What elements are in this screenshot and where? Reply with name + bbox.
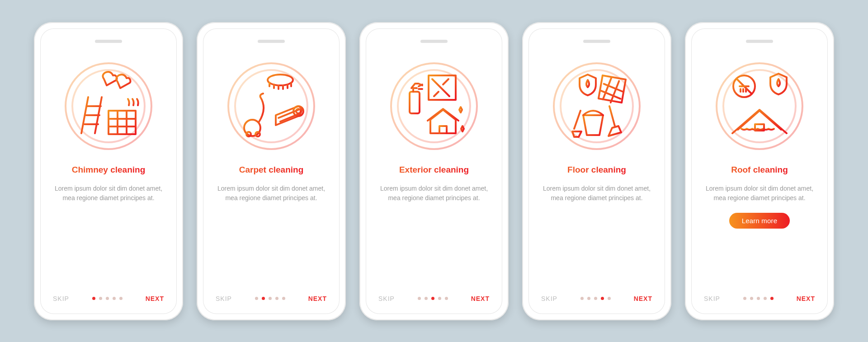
skip-button[interactable]: SKIP — [216, 295, 232, 302]
screen-nav: SKIP NEXT — [378, 295, 490, 302]
dot — [445, 297, 448, 300]
screen-title: Chimney cleaning — [72, 165, 146, 175]
phone-speaker — [583, 40, 610, 43]
dot — [608, 297, 611, 300]
dot — [770, 297, 774, 300]
chimney-cleaning-icon — [63, 61, 154, 151]
screen-nav: SKIP NEXT — [216, 295, 327, 302]
next-button[interactable]: NEXT — [797, 295, 815, 302]
dot — [92, 297, 95, 300]
skip-button[interactable]: SKIP — [541, 295, 557, 302]
screen-description: Lorem ipsum dolor sit dim donet amet, me… — [540, 184, 654, 203]
screen-carpet: Carpet cleaning Lorem ipsum dolor sit di… — [203, 28, 340, 314]
exterior-cleaning-icon — [389, 61, 479, 151]
dot — [594, 297, 597, 300]
dot — [119, 297, 123, 300]
screen-title: Roof cleaning — [731, 165, 788, 175]
next-button[interactable]: NEXT — [634, 295, 652, 302]
screen-description: Lorem ipsum dolor sit dim donet amet, me… — [377, 184, 491, 203]
svg-rect-2 — [108, 111, 136, 134]
phone-speaker — [420, 40, 448, 43]
screen-description: Lorem ipsum dolor sit dim donet amet, me… — [52, 184, 165, 203]
skip-button[interactable]: SKIP — [53, 295, 69, 302]
dot — [743, 297, 746, 300]
dot — [431, 297, 434, 300]
page-indicator — [743, 297, 774, 300]
svg-point-0 — [66, 63, 151, 149]
screen-roof: Roof cleaning Lorem ipsum dolor sit dim … — [691, 28, 828, 314]
next-button[interactable]: NEXT — [308, 295, 327, 302]
screen-nav: SKIP NEXT — [704, 295, 815, 302]
dot — [262, 297, 265, 300]
dot — [113, 297, 116, 300]
screen-nav: SKIP NEXT — [541, 295, 652, 302]
dot — [601, 297, 604, 300]
dot — [106, 297, 109, 300]
learn-more-button[interactable]: Learn more — [729, 213, 790, 229]
screen-floor: Floor cleaning Lorem ipsum dolor sit dim… — [528, 28, 665, 314]
screen-nav: SKIP NEXT — [53, 295, 164, 302]
next-button[interactable]: NEXT — [471, 295, 490, 302]
phone-exterior: Exterior cleaning Lorem ipsum dolor sit … — [359, 22, 509, 320]
page-indicator — [580, 297, 611, 300]
skip-button[interactable]: SKIP — [378, 295, 395, 302]
dot — [580, 297, 584, 300]
dot — [757, 297, 760, 300]
svg-rect-13 — [410, 92, 420, 113]
dot — [750, 297, 753, 300]
skip-button[interactable]: SKIP — [704, 295, 720, 302]
dot — [425, 297, 428, 300]
phone-speaker — [95, 40, 122, 43]
phone-roof: Roof cleaning Lorem ipsum dolor sit dim … — [685, 22, 834, 320]
screen-title: Exterior cleaning — [399, 165, 469, 175]
carpet-cleaning-icon — [226, 61, 316, 151]
page-indicator — [255, 297, 285, 300]
dot — [587, 297, 590, 300]
svg-point-5 — [268, 75, 293, 85]
phone-floor: Floor cleaning Lorem ipsum dolor sit dim… — [522, 22, 671, 320]
dot — [282, 297, 285, 300]
dot — [275, 297, 278, 300]
dot — [764, 297, 767, 300]
screen-chimney: Chimney cleaning Lorem ipsum dolor sit d… — [40, 28, 177, 314]
page-indicator — [92, 297, 123, 300]
screen-description: Lorem ipsum dolor sit dim donet amet, me… — [703, 184, 816, 203]
dot — [99, 297, 102, 300]
screen-exterior: Exterior cleaning Lorem ipsum dolor sit … — [366, 28, 502, 314]
roof-cleaning-icon — [714, 61, 805, 151]
phone-chimney: Chimney cleaning Lorem ipsum dolor sit d… — [34, 22, 183, 320]
dot — [438, 297, 441, 300]
phones-row: Chimney cleaning Lorem ipsum dolor sit d… — [34, 22, 834, 320]
svg-point-18 — [717, 63, 802, 149]
screen-description: Lorem ipsum dolor sit dim donet amet, me… — [214, 184, 328, 203]
phone-speaker — [258, 40, 285, 43]
next-button[interactable]: NEXT — [146, 295, 164, 302]
screen-title: Carpet cleaning — [239, 165, 304, 175]
phone-speaker — [746, 40, 773, 43]
dot — [269, 297, 272, 300]
phone-carpet: Carpet cleaning Lorem ipsum dolor sit di… — [197, 22, 346, 320]
page-indicator — [418, 297, 448, 300]
svg-point-15 — [554, 63, 640, 149]
screen-title: Floor cleaning — [567, 165, 626, 175]
dot — [255, 297, 258, 300]
dot — [418, 297, 421, 300]
floor-cleaning-icon — [552, 61, 642, 151]
